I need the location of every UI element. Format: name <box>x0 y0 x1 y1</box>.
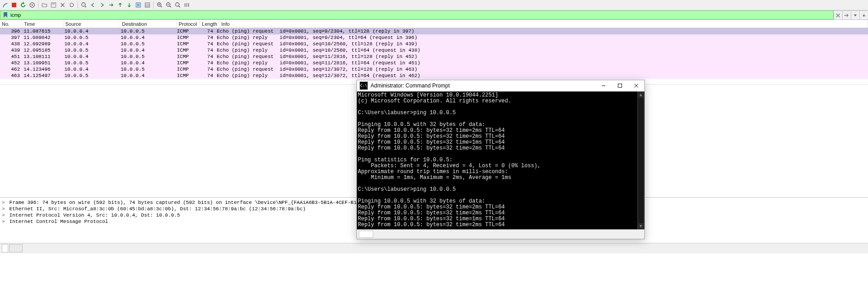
shark-fin-icon[interactable] <box>1 1 9 9</box>
go-forward-icon[interactable] <box>98 1 106 9</box>
resize-columns-icon[interactable] <box>183 1 191 9</box>
add-filter-button-icon[interactable]: + <box>859 11 868 19</box>
cell-length: 74 <box>198 47 215 53</box>
cell-length: 74 <box>198 73 215 79</box>
go-last-icon[interactable] <box>125 1 133 9</box>
svg-point-2 <box>32 5 33 6</box>
colorize-icon[interactable] <box>143 1 151 9</box>
bottom-cell[interactable] <box>9 244 23 252</box>
cell-protocol: ICMP <box>175 66 198 73</box>
cmd-scrollbar[interactable]: ▲ ▼ <box>637 92 644 229</box>
cell-info: Echo (ping) reply id=0x0001, seq=11/2816… <box>215 60 868 66</box>
col-header-destination[interactable]: Destination <box>120 20 177 28</box>
apply-filter-icon[interactable] <box>842 11 851 19</box>
packet-row[interactable]: 46214.12349610.0.0.410.0.0.5ICMP74Echo (… <box>0 66 868 73</box>
cmd-body: Microsoft Windows [Version 10.0.19044.22… <box>357 92 644 229</box>
cell-protocol: ICMP <box>175 73 198 79</box>
cell-protocol: ICMP <box>175 47 198 53</box>
cell-source: 10.0.0.5 <box>63 60 119 66</box>
minimize-icon[interactable] <box>595 80 612 91</box>
go-first-icon[interactable] <box>116 1 124 9</box>
col-header-source[interactable]: Source <box>63 20 120 28</box>
filter-controls: + <box>834 10 868 19</box>
packet-row[interactable]: 43912.09518510.0.0.510.0.0.4ICMP74Echo (… <box>0 47 868 53</box>
packet-list-body[interactable]: 39611.08761510.0.0.410.0.0.5ICMP74Echo (… <box>0 28 868 79</box>
zoom-out-icon[interactable] <box>165 1 173 9</box>
filter-dropdown-icon[interactable] <box>851 11 859 19</box>
auto-scroll-icon[interactable] <box>134 1 142 9</box>
cell-source: 10.0.0.4 <box>63 53 119 60</box>
expand-arrow-icon[interactable]: > <box>2 206 6 212</box>
cmd-system-icon[interactable]: C:\ <box>360 82 368 90</box>
packet-list-header[interactable]: No. Time Source Destination Protocol Len… <box>0 20 868 28</box>
cell-source: 10.0.0.4 <box>63 66 119 73</box>
col-header-length[interactable]: Length <box>200 20 219 28</box>
cmd-footer-tab[interactable] <box>359 231 373 238</box>
cell-protocol: ICMP <box>175 53 198 60</box>
bookmark-icon[interactable] <box>2 12 9 18</box>
cell-destination: 10.0.0.4 <box>119 47 175 53</box>
col-header-time[interactable]: Time <box>22 20 63 28</box>
cell-time: 13.108111 <box>22 53 63 60</box>
zoom-in-icon[interactable] <box>156 1 164 9</box>
detail-text: Ethernet II, Src: Microsof_a8:3c:0b (60:… <box>6 206 306 212</box>
scroll-up-icon[interactable]: ▲ <box>637 92 644 98</box>
close-file-icon[interactable] <box>59 1 67 9</box>
cell-info: Echo (ping) request id=0x0001, seq=9/230… <box>215 28 868 34</box>
cell-destination: 10.0.0.5 <box>119 28 175 34</box>
packet-row[interactable]: 45213.10995110.0.0.510.0.0.4ICMP74Echo (… <box>0 60 868 66</box>
find-packet-icon[interactable] <box>80 1 88 9</box>
svg-rect-16 <box>618 84 622 87</box>
packet-list-pane: No. Time Source Destination Protocol Len… <box>0 20 868 84</box>
expand-arrow-icon[interactable]: > <box>2 213 6 218</box>
command-prompt-window[interactable]: C:\ Administrator: Command Prompt Micros… <box>356 80 645 239</box>
display-filter-bar: + <box>0 10 868 20</box>
cell-info: Echo (ping) request id=0x0001, seq=10/25… <box>215 41 868 47</box>
packet-row[interactable]: 39711.08984210.0.0.510.0.0.4ICMP74Echo (… <box>0 34 868 41</box>
clear-filter-icon[interactable] <box>834 11 842 19</box>
open-file-icon[interactable] <box>40 1 49 9</box>
packet-row[interactable]: 46314.12549710.0.0.510.0.0.4ICMP74Echo (… <box>0 73 868 79</box>
capture-options-icon[interactable] <box>28 1 36 9</box>
col-header-no[interactable]: No. <box>0 20 22 28</box>
go-back-icon[interactable] <box>89 1 97 9</box>
scroll-track[interactable] <box>638 98 644 223</box>
cell-no: 451 <box>0 53 22 60</box>
cell-protocol: ICMP <box>175 34 198 41</box>
cell-protocol: ICMP <box>175 41 198 47</box>
svg-line-10 <box>161 6 162 7</box>
scroll-down-icon[interactable]: ▼ <box>637 223 644 229</box>
cell-source: 10.0.0.4 <box>63 28 119 34</box>
maximize-icon[interactable] <box>612 80 628 91</box>
display-filter-input[interactable] <box>9 12 833 18</box>
packet-row[interactable]: 39611.08761510.0.0.410.0.0.5ICMP74Echo (… <box>0 28 868 34</box>
cmd-titlebar[interactable]: C:\ Administrator: Command Prompt <box>357 80 644 92</box>
bottom-tab[interactable] <box>2 244 8 252</box>
restart-capture-icon[interactable] <box>19 1 27 9</box>
cell-time: 11.087615 <box>22 28 63 34</box>
cell-source: 10.0.0.5 <box>63 73 119 79</box>
cell-length: 74 <box>198 34 215 41</box>
save-file-icon[interactable] <box>49 1 58 9</box>
cell-time: 13.109951 <box>22 60 63 66</box>
col-header-info[interactable]: Info <box>219 20 868 28</box>
col-header-protocol[interactable]: Protocol <box>177 20 200 28</box>
expand-arrow-icon[interactable]: > <box>2 219 6 224</box>
cell-length: 74 <box>198 41 215 47</box>
detail-text: Frame 396: 74 bytes on wire (592 bits), … <box>6 200 408 205</box>
packet-row[interactable]: 45113.10811110.0.0.410.0.0.5ICMP74Echo (… <box>0 53 868 60</box>
cell-time: 14.123496 <box>22 66 63 73</box>
go-to-packet-icon[interactable] <box>107 1 115 9</box>
close-icon[interactable] <box>628 80 644 91</box>
stop-capture-icon[interactable] <box>10 1 18 9</box>
reload-file-icon[interactable] <box>68 1 76 9</box>
cell-destination: 10.0.0.4 <box>119 60 175 66</box>
packet-row[interactable]: 43812.09298910.0.0.410.0.0.5ICMP74Echo (… <box>0 41 868 47</box>
zoom-reset-icon[interactable] <box>174 1 182 9</box>
cell-protocol: ICMP <box>175 28 198 34</box>
cell-info: Echo (ping) request id=0x0001, seq=12/30… <box>215 66 868 73</box>
cmd-output-text[interactable]: Microsoft Windows [Version 10.0.19044.22… <box>357 92 637 229</box>
main-toolbar <box>0 0 868 10</box>
expand-arrow-icon[interactable]: > <box>2 200 6 205</box>
cell-length: 74 <box>198 60 215 66</box>
